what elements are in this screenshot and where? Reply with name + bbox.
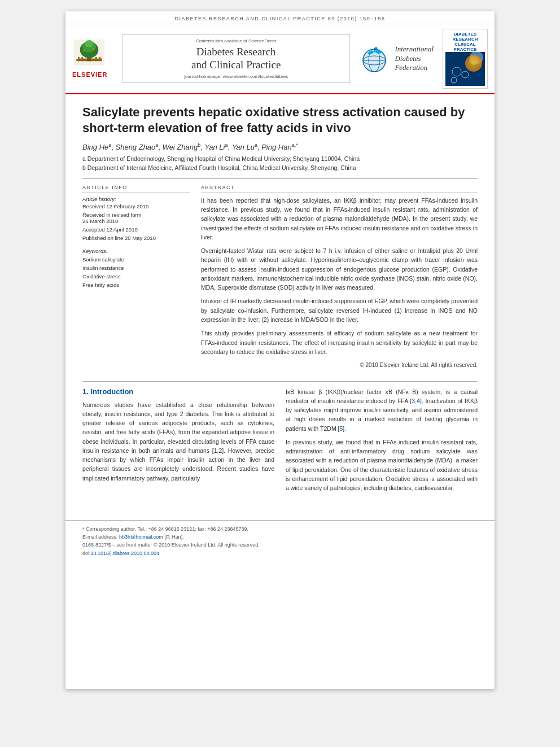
keywords-label: Keywords: [82, 248, 190, 254]
footer-doi: doi:10.1016/j.diabres.2010.04.004 [82, 549, 478, 557]
abstract-para-4: This study provides preliminary assessme… [201, 329, 478, 356]
svg-point-7 [92, 48, 94, 50]
intro-two-col: 1. Introduction Numerous studies have es… [82, 387, 478, 497]
header-divider [82, 178, 478, 179]
drcp-logo-block: DIABETESRESEARCHCLINICAL PRACTICE [443, 29, 488, 89]
idf-block: International Diabetes Federation [355, 43, 438, 75]
received-date: Received 12 February 2010 [82, 203, 190, 209]
article-info-column: ARTICLE INFO Article history: Received 1… [82, 185, 190, 370]
revised-label: Received in revised form 26 March 2010 [82, 212, 190, 224]
article-history-section: Article history: Received 12 February 20… [82, 196, 190, 241]
footer-issn: 0168-8227/$ – see front matter © 2010 El… [82, 541, 478, 549]
author-yan-lu: Yan Lu [232, 143, 255, 151]
article-title: Salicylate prevents hepatic oxidative st… [82, 104, 478, 136]
journal-title-top: DIABETES RESEARCH AND CLINICAL PRACTICE … [175, 16, 386, 21]
svg-rect-13 [78, 59, 102, 60]
intro-left-col: 1. Introduction Numerous studies have es… [82, 387, 274, 497]
keywords-list: Sodium salicylate Insulin resistance Oxi… [82, 255, 190, 290]
abstract-label: ABSTRACT [201, 185, 478, 193]
affiliation-a: a Department of Endocrinology, Shengjing… [82, 155, 478, 164]
abstract-column: ABSTRACT It has been reported that high-… [201, 185, 478, 370]
journal-title-block: Contents lists available at ScienceDirec… [122, 34, 350, 83]
abstract-para-2: Overnight-fasted Wistar rats were subjec… [201, 246, 478, 292]
abstract-text: It has been reported that high-dose sali… [201, 196, 478, 370]
journal-logos-bar: ELSEVIER Contents lists available at Sci… [65, 24, 495, 94]
history-label: Article history: [82, 196, 190, 202]
author-wei-zhang: Wei Zhang [163, 143, 198, 151]
journal-main-title: Diabetes Research and Clinical Practice [128, 46, 344, 72]
elsevier-tree-icon [72, 40, 106, 68]
page-footer: * Corresponding author. Tel.: +86 24 966… [65, 520, 495, 562]
ref-3-4[interactable]: 3,4 [412, 397, 420, 404]
accepted-date: Accepted 12 April 2010 [82, 226, 190, 233]
affiliation-b: b Department of Internal Medicine, Affil… [82, 164, 478, 173]
svg-point-8 [86, 45, 88, 47]
info-abstract-columns: ARTICLE INFO Article history: Received 1… [82, 185, 478, 370]
journal-homepage: journal homepage: www.elsevier.com/locat… [128, 74, 344, 79]
abstract-para-3: Infusion of IH markedly decreased insuli… [201, 296, 478, 324]
footer-email-line: E-mail address: hb3h@hotmail.com (P. Han… [82, 533, 478, 541]
article-body: Salicylate prevents hepatic oxidative st… [65, 94, 495, 509]
author-sheng-zhao: Sheng Zhao [116, 143, 156, 151]
ref-5[interactable]: 5 [340, 425, 343, 432]
drcp-cover-image [445, 52, 485, 86]
idf-text: International Diabetes Federation [395, 45, 434, 73]
introduction-section: 1. Introduction Numerous studies have es… [82, 381, 478, 497]
author-ping-han: Ping Han [261, 143, 291, 151]
affiliations: a Department of Endocrinology, Shengjing… [82, 155, 478, 173]
intro-right-col: IκB kinase β (IKKβ)/nuclear factor κB (N… [286, 387, 478, 497]
elsevier-text: ELSEVIER [72, 71, 117, 78]
keyword-free-fatty-acids: Free fatty acids [82, 281, 190, 289]
globe-svg [359, 43, 390, 75]
footer-doi-link[interactable]: 10.1016/j.diabres.2010.04.004 [91, 551, 160, 556]
footer-email-link[interactable]: hb3h@hotmail.com [119, 534, 163, 540]
author-bing-he: Bing He [82, 143, 108, 151]
intro-heading: 1. Introduction [82, 387, 274, 396]
intro-divider [82, 381, 478, 382]
idf-globe-icon [359, 43, 390, 75]
intro-left-text: Numerous studies have established a clos… [82, 400, 274, 483]
journal-header-top: DIABETES RESEARCH AND CLINICAL PRACTICE … [65, 11, 495, 24]
authors-line: Bing Hea, Sheng Zhaoa, Wei Zhangb, Yan L… [82, 142, 478, 151]
intro-right-text: IκB kinase β (IKKβ)/nuclear factor κB (N… [286, 387, 478, 493]
article-info-label: ARTICLE INFO [82, 185, 190, 193]
keyword-oxidative-stress: Oxidative stress [82, 272, 190, 281]
svg-point-6 [83, 50, 85, 52]
author-yan-li: Yan Li [204, 143, 225, 151]
keyword-sodium-salicylate: Sodium salicylate [82, 255, 190, 264]
keyword-insulin-resistance: Insulin resistance [82, 264, 190, 272]
elsevier-logo: ELSEVIER [72, 40, 117, 78]
drcp-title: DIABETESRESEARCHCLINICAL PRACTICE [445, 32, 485, 52]
published-date: Published on line 20 May 2010 [82, 235, 190, 241]
article-page: DIABETES RESEARCH AND CLINICAL PRACTICE … [65, 11, 495, 689]
drcp-cover-circle [465, 55, 482, 72]
copyright-notice: © 2010 Elsevier Ireland Ltd. All rights … [201, 361, 478, 370]
abstract-para-1: It has been reported that high-dose sali… [201, 196, 478, 242]
footer-corresponding-author: * Corresponding author. Tel.: +86 24 966… [82, 525, 478, 533]
sciencedirect-text: Contents lists available at ScienceDirec… [128, 38, 344, 43]
keywords-section: Keywords: Sodium salicylate Insulin resi… [82, 248, 190, 290]
